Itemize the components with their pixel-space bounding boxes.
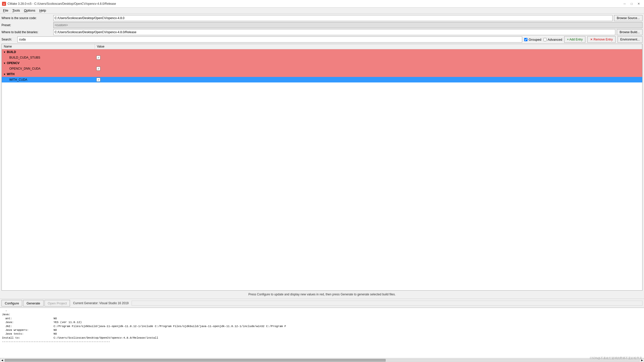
- log-line-2: ant: NO: [2, 317, 642, 321]
- main-content: Where is the source code: Browse Source.…: [0, 14, 644, 299]
- log-line-8: Install to: C:/Users/Scolioscan/Desktop/…: [2, 336, 642, 340]
- value-column-header: Value: [95, 44, 642, 49]
- open-project-button[interactable]: Open Project: [45, 300, 70, 306]
- grouped-checkbox[interactable]: [524, 38, 527, 41]
- build-row: Where to build the binaries: Browse Buil…: [2, 29, 642, 35]
- opencv-dnn-cuda-row[interactable]: OPENCV_DNN_CUDA: [2, 66, 642, 71]
- log-area[interactable]: - Java: ant: NO Java: YES (ver 11.0.12) …: [0, 308, 644, 358]
- build-cuda-stubs-value: [95, 55, 642, 60]
- scroll-track[interactable]: [5, 359, 639, 362]
- with-cuda-value: [95, 77, 642, 82]
- watermark: CSDN@不喜欢打篮球的野师不是好程序员: [590, 356, 642, 360]
- status-bar: Press Configure to update and display ne…: [2, 292, 642, 297]
- search-label: Search:: [2, 38, 15, 41]
- title-bar: ▲ CMake 3.28.0-rc5 - C:/Users/Scolioscan…: [0, 0, 644, 8]
- cmake-table: Name Value ▼ BUILD BUILD_CUDA_STUBS ▼ OP…: [2, 44, 642, 291]
- add-entry-button[interactable]: + Add Entry: [564, 36, 585, 43]
- progress-bar: [132, 301, 642, 306]
- menu-options[interactable]: Options: [22, 8, 37, 13]
- scroll-thumb[interactable]: [5, 359, 386, 361]
- opencv-group-label: ▼ OPENCV: [2, 61, 95, 65]
- title-bar-controls: ─ □ ✕: [621, 1, 642, 6]
- horizontal-scrollbar[interactable]: ◀ ▶: [0, 358, 644, 362]
- with-cuda-row[interactable]: WITH_CUDA: [2, 77, 642, 82]
- bottom-section: Configure Generate Open Project Current …: [0, 299, 644, 362]
- log-line-3: Java: YES (ver 11.0.12): [2, 321, 642, 324]
- browse-build-button[interactable]: Browse Build...: [617, 29, 642, 35]
- log-line-1: Java:: [2, 313, 642, 316]
- browse-source-button[interactable]: Browse Source...: [614, 15, 642, 21]
- title-bar-left: ▲ CMake 3.28.0-rc5 - C:/Users/Scolioscan…: [2, 2, 116, 6]
- grouped-label: Grouped: [528, 38, 541, 41]
- preset-row: Preset:: [2, 22, 642, 28]
- build-group-row[interactable]: ▼ BUILD: [2, 49, 642, 55]
- minimize-button[interactable]: ─: [621, 1, 628, 6]
- close-button[interactable]: ✕: [635, 1, 642, 6]
- maximize-button[interactable]: □: [628, 1, 635, 6]
- opencv-group-text: OPENCV: [7, 61, 20, 65]
- preset-label: Preset:: [2, 23, 52, 27]
- with-group-text: WITH: [7, 72, 15, 76]
- grouped-checkbox-group: Grouped: [524, 38, 541, 41]
- remove-entry-button[interactable]: ✕ Remove Entry: [587, 36, 615, 43]
- build-label: Where to build the binaries:: [2, 30, 52, 34]
- with-expand-arrow[interactable]: ▼: [3, 73, 6, 76]
- with-group-row[interactable]: ▼ WITH: [2, 71, 642, 77]
- log-line-4: JNI: C:/Program Files/ojdkbuild/java-11-…: [2, 325, 642, 328]
- scroll-left-arrow[interactable]: ◀: [0, 358, 4, 362]
- build-cuda-stubs-row[interactable]: BUILD_CUDA_STUBS: [2, 55, 642, 60]
- source-label: Where is the source code:: [2, 16, 52, 20]
- opencv-expand-arrow[interactable]: ▼: [3, 62, 6, 65]
- log-line-5: Java wrappers: NO: [2, 328, 642, 332]
- with-cuda-checkbox[interactable]: [96, 78, 100, 82]
- build-expand-arrow[interactable]: ▼: [3, 51, 6, 54]
- build-cuda-stubs-name: BUILD_CUDA_STUBS: [2, 55, 95, 60]
- build-group-text: BUILD: [7, 50, 16, 54]
- generate-button[interactable]: Generate: [23, 300, 43, 306]
- source-row: Where is the source code: Browse Source.…: [2, 15, 642, 21]
- opencv-dnn-cuda-name: OPENCV_DNN_CUDA: [2, 66, 95, 71]
- menu-help[interactable]: Help: [37, 8, 48, 13]
- search-row: Search: Grouped Advanced + Add Entry ✕ R…: [2, 36, 642, 43]
- advanced-checkbox[interactable]: [543, 38, 547, 41]
- log-line-0: -: [2, 309, 642, 313]
- menu-tools[interactable]: Tools: [10, 8, 22, 13]
- build-group-label: ▼ BUILD: [2, 50, 95, 54]
- build-input[interactable]: [53, 29, 615, 35]
- advanced-checkbox-group: Advanced: [543, 38, 562, 41]
- source-input[interactable]: [53, 15, 613, 21]
- log-line-9: ----------------------------------------…: [2, 340, 642, 344]
- menu-bar: File Tools Options Help: [0, 8, 644, 14]
- preset-input: [53, 22, 642, 28]
- configure-button[interactable]: Configure: [2, 300, 22, 306]
- opencv-group-row[interactable]: ▼ OPENCV: [2, 60, 642, 66]
- generator-label: Current Generator: Visual Studio 16 2019: [73, 301, 129, 305]
- log-line-6: Java tests: NO: [2, 332, 642, 336]
- opencv-dnn-cuda-value: [95, 66, 642, 71]
- search-input[interactable]: [17, 36, 522, 42]
- name-column-header: Name: [2, 44, 95, 49]
- with-cuda-name: WITH_CUDA: [2, 77, 95, 82]
- title-text: CMake 3.28.0-rc5 - C:/Users/Scolioscan/D…: [8, 2, 116, 6]
- table-header: Name Value: [2, 44, 642, 49]
- cmake-icon: ▲: [2, 2, 6, 6]
- advanced-label: Advanced: [548, 38, 562, 41]
- environment-button[interactable]: Environment...: [618, 36, 642, 43]
- bottom-toolbar: Configure Generate Open Project Current …: [0, 299, 644, 308]
- opencv-dnn-cuda-checkbox[interactable]: [96, 67, 100, 71]
- menu-file[interactable]: File: [1, 8, 10, 13]
- with-group-label: ▼ WITH: [2, 72, 95, 76]
- build-cuda-stubs-checkbox[interactable]: [96, 56, 100, 60]
